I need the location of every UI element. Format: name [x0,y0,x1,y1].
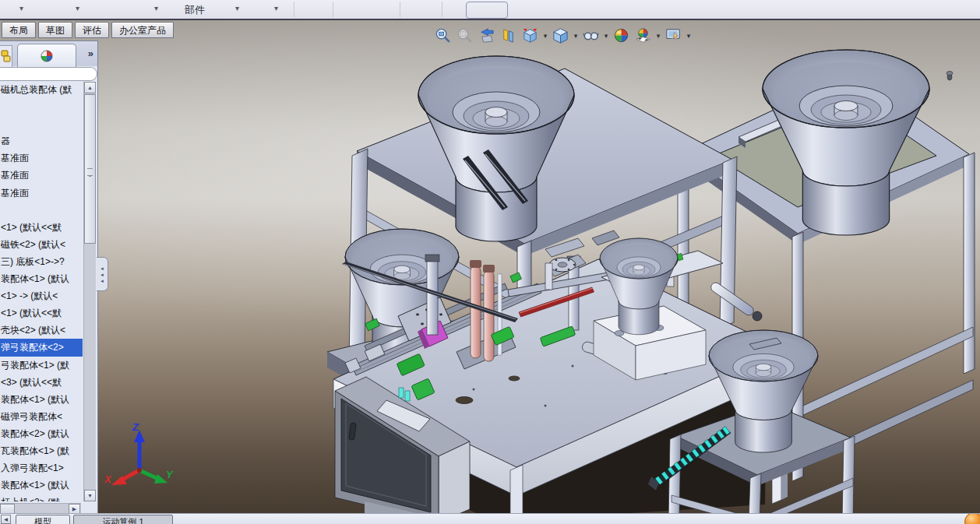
tree-item[interactable]: 装配体<1> (默认 [0,477,83,494]
tree-item[interactable]: 弓装配体<1> (默 [0,357,83,374]
tab-evaluate[interactable]: 评估 [75,22,109,38]
ribbon-separator [400,2,400,17]
tree-item[interactable]: 基准面 [0,185,83,202]
tree-item-label: 磁机总装配体 (默 [1,84,72,95]
display-style-icon[interactable] [551,26,570,45]
tree-filter-input[interactable] [0,67,97,81]
feature-manager-panel: » 磁机总装配体 (默 器 基准面 基准面 基准面 <1> (默认<<默 磁铁< [0,40,98,517]
tree-item[interactable]: 弹弓装配体<2> [0,339,83,356]
triad-x-label: X [104,473,112,485]
loose-fastener[interactable] [947,72,953,81]
tree-item[interactable]: 壳块<2> (默认< [0,322,83,339]
tree-item[interactable]: 器 [0,132,83,149]
apply-scene-icon[interactable] [633,26,653,45]
ribbon-group-label: 部件 [185,3,205,17]
tree-item[interactable] [0,115,83,132]
tree-item-label: <1> (默认<<默 [1,308,62,318]
tree-item[interactable]: 磁弹弓装配体< [0,408,83,425]
view-orientation-icon[interactable] [520,26,540,45]
command-tabs: 布局 草图 评估 办公室产品 [2,22,174,38]
section-view-icon[interactable] [499,26,518,45]
display-manager-tab[interactable] [17,44,76,67]
ribbon-highlighted-button[interactable] [466,2,508,19]
tree-item-label: 三) 底板<1>->? [1,256,65,267]
ribbon-dropdown-icon[interactable]: ▾ [154,4,158,12]
tree-item[interactable]: <1> (默认<<默 [0,304,83,322]
orientation-triad: Z X Y [104,421,174,485]
tree-item[interactable]: 三) 底板<1>->? [0,253,83,270]
tree-item-label: 壳块<2> (默认< [1,325,65,336]
zoom-to-area-icon[interactable] [455,26,474,45]
tree-item-label: <1> (默认<<默 [1,222,62,233]
tree-item-label: 瓦装配体<1> (默 [1,445,69,456]
hide-show-items-icon[interactable] [581,26,601,45]
scroll-down-button[interactable]: ▼ [84,490,96,501]
tree-item[interactable]: 基准面 [0,149,83,167]
tree-item[interactable]: 入弹弓装配<1> [0,459,83,477]
tree-item-label: <3> (默认<<默 [1,377,62,388]
tree-item[interactable]: 瓦装配体<1> (默 [0,442,83,459]
tree-item-label: 弹弓装配体<2> [1,342,64,353]
ribbon-dropdown-icon[interactable]: ▾ [274,4,278,12]
tree-item-label: 入弹弓装配<1> [1,462,64,473]
tab-layout[interactable]: 布局 [2,22,36,38]
tree-item-label: 器 [1,135,10,146]
tree-item[interactable]: <3> (默认<<默 [0,374,83,391]
tab-sketch[interactable]: 草图 [38,22,72,38]
tree-item-label: 基准面 [1,153,29,164]
zoom-to-fit-icon[interactable] [433,26,453,45]
edit-appearance-icon[interactable] [612,26,631,45]
resources-orb-icon[interactable] [964,513,980,524]
tree-item[interactable]: 磁机总装配体 (默 [0,81,83,98]
ribbon-separator [294,2,294,17]
tree-item-label: 基准面 [1,170,29,181]
view-settings-dropdown-icon[interactable]: ▾ [686,32,692,40]
tree-item[interactable] [0,202,83,219]
panel-expand-chevron[interactable]: » [88,47,93,59]
panel-splitter-handle[interactable]: ◂ ◂ ◂ [97,257,108,291]
view-settings-icon[interactable] [664,26,683,45]
tree-item-label: 装配体<1> (默认 [1,394,69,405]
apply-scene-dropdown-icon[interactable]: ▾ [655,32,661,40]
ribbon-dropdown-icon[interactable]: ▾ [235,4,239,12]
tree-item-label: 装配体<1> (默认 [1,480,69,491]
vertical-scroll-thumb[interactable] [84,94,96,244]
tree-item[interactable]: 杆上机<2> (默 [0,494,83,501]
scroll-grip [87,168,93,176]
tree-item[interactable]: 磁铁<2> (默认< [0,236,83,253]
tree-item[interactable]: 基准面 [0,167,83,184]
tree-item-label: 弓装配体<1> (默 [1,360,69,371]
triad-z-label: Z [132,421,139,433]
feature-tree: 磁机总装配体 (默 器 基准面 基准面 基准面 <1> (默认<<默 磁铁<2>… [0,81,83,501]
tree-item-label: 磁弹弓装配体< [1,411,62,422]
tab-model[interactable]: 模型 [16,515,70,524]
tree-item[interactable]: <1> -> (默认< [0,287,83,304]
bottom-tab-bar: ◀ 模型 运动算例 1 [0,513,980,524]
display-style-dropdown-icon[interactable]: ▾ [573,32,579,40]
view-orientation-dropdown-icon[interactable]: ▾ [542,32,548,40]
tree-item[interactable]: 装配体<1> (默认 [0,270,83,287]
tab-motion-study[interactable]: 运动算例 1 [73,515,173,524]
viewport-3d[interactable]: Z X Y [98,20,980,515]
tree-vertical-scrollbar[interactable]: ▲ ▼ [83,82,96,501]
feature-tree-tab[interactable] [0,45,12,67]
tree-item[interactable]: 装配体<2> (默认 [0,425,83,442]
hide-show-dropdown-icon[interactable]: ▾ [603,32,609,40]
ribbon-separator [442,2,442,17]
tree-item[interactable] [0,98,83,115]
ribbon-dropdown-icon[interactable]: ▾ [19,4,23,12]
tree-item[interactable]: 装配体<1> (默认 [0,391,83,408]
previous-view-icon[interactable] [477,26,496,45]
tab-office-products[interactable]: 办公室产品 [111,22,174,38]
scroll-up-button[interactable]: ▲ [84,82,96,93]
tree-item[interactable]: <1> (默认<<默 [0,219,83,236]
tree-item-label: 杆上机<2> (默 [1,497,60,501]
ribbon-dropdown-icon[interactable]: ▾ [76,4,79,12]
tree-item-label: 磁铁<2> (默认< [1,239,65,250]
feature-tree-icon [0,46,11,65]
display-manager-icon [39,48,55,64]
ribbon-separator [333,2,333,17]
tab-nav-button[interactable]: ◀ [1,515,11,524]
tree-item-label: 装配体<2> (默认 [1,428,69,439]
tree-item-label: <1> -> (默认< [1,290,58,301]
